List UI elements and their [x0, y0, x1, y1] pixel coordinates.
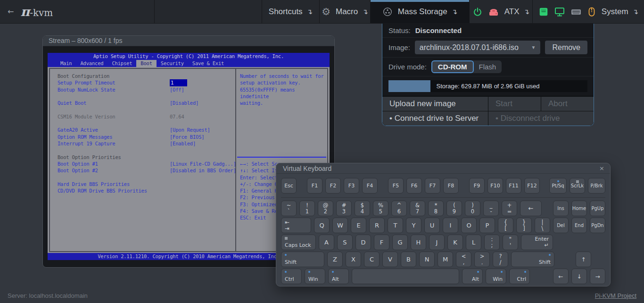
menu-system[interactable]: System ↴: [533, 0, 644, 23]
image-select[interactable]: archlinux-2018.07.01-i686.iso ▼: [415, 41, 541, 54]
key-c[interactable]: C: [364, 252, 380, 267]
key-page-up[interactable]: PgUp: [590, 201, 605, 216]
bios-tab-chipset[interactable]: Chipset: [107, 60, 136, 67]
key-f10[interactable]: F10: [487, 178, 503, 194]
key-enter[interactable]: Enter↵: [521, 235, 553, 250]
key-f1[interactable]: F1: [307, 178, 322, 194]
key-slash[interactable]: ?/: [493, 252, 508, 267]
upload-abort-button[interactable]: Abort: [541, 97, 594, 111]
remove-image-button[interactable]: Remove: [545, 41, 587, 54]
key-home[interactable]: Home: [571, 201, 587, 216]
key-l[interactable]: L: [466, 235, 481, 250]
key-g[interactable]: G: [392, 235, 408, 250]
key-n[interactable]: N: [419, 252, 435, 267]
key-d[interactable]: D: [355, 235, 371, 250]
key-f7[interactable]: F7: [425, 178, 440, 194]
key-q[interactable]: Q: [314, 218, 330, 233]
key-delete[interactable]: Del: [553, 218, 569, 233]
connect-drive-button[interactable]: • Connect drive to Server: [382, 111, 488, 126]
bios-tab-boot[interactable]: Boot: [136, 60, 157, 67]
key-backslash[interactable]: |\: [535, 218, 550, 233]
key-digit-0[interactable]: )0: [465, 201, 480, 216]
key-digit-8[interactable]: *8: [428, 201, 444, 216]
key-scroll-lock[interactable]: ScrLk: [570, 178, 585, 194]
key-t[interactable]: T: [388, 218, 403, 233]
key-x[interactable]: X: [346, 252, 361, 267]
mode-cdrom-option[interactable]: CD-ROM: [431, 60, 474, 73]
key-f8[interactable]: F8: [443, 178, 459, 194]
upload-new-image-button[interactable]: Upload new image: [382, 97, 488, 111]
key-win-left[interactable]: Win: [305, 269, 325, 284]
key-semicolon[interactable]: :;: [484, 235, 500, 250]
key-digit-9[interactable]: (9: [446, 201, 462, 216]
key-alt-left[interactable]: Alt: [328, 269, 349, 284]
bios-tab-advanced[interactable]: Advanced: [76, 60, 108, 67]
key-win-right[interactable]: Win: [486, 269, 506, 284]
key-alt-right[interactable]: Alt: [462, 269, 483, 284]
key-b[interactable]: B: [401, 252, 416, 267]
menu-shortcuts[interactable]: Shortcuts ↴: [262, 0, 320, 23]
key-caps-lock[interactable]: Caps Lock: [281, 235, 316, 250]
key-k[interactable]: K: [447, 235, 463, 250]
key-u[interactable]: U: [424, 218, 440, 233]
key-h[interactable]: H: [411, 235, 426, 250]
key-r[interactable]: R: [369, 218, 385, 233]
key-tab[interactable]: ⇤⇥: [281, 218, 311, 233]
key-comma[interactable]: <,: [456, 252, 471, 267]
disconnect-drive-button[interactable]: • Disconnect drive: [488, 111, 594, 126]
key-digit-5[interactable]: %5: [373, 201, 388, 216]
key-f3[interactable]: F3: [344, 178, 359, 194]
key-f6[interactable]: F6: [406, 178, 422, 194]
key-s[interactable]: S: [337, 235, 353, 250]
key-ctrl-left[interactable]: Ctrl: [281, 269, 302, 284]
key-digit-6[interactable]: ^6: [391, 201, 407, 216]
key-arrow-right[interactable]: →: [590, 269, 605, 284]
menu-macro[interactable]: ⚙ Macro ↴: [320, 0, 371, 23]
key-arrow-down[interactable]: ↓: [571, 269, 587, 284]
key-period[interactable]: >.: [474, 252, 490, 267]
close-icon[interactable]: ×: [594, 165, 610, 172]
menu-atx[interactable]: ATX ↴: [470, 0, 533, 23]
key-arrow-up[interactable]: ↑: [576, 252, 591, 267]
key-f2[interactable]: F2: [325, 178, 341, 194]
back-arrow-button[interactable]: ←: [8, 7, 14, 16]
key-minus[interactable]: _-: [483, 201, 499, 216]
key-backspace[interactable]: ←: [520, 201, 542, 216]
key-bracket-right[interactable]: }]: [516, 218, 532, 233]
key-v[interactable]: V: [382, 252, 398, 267]
key-bracket-left[interactable]: {[: [498, 218, 513, 233]
bios-tab-security[interactable]: Security: [157, 60, 188, 67]
key-backquote[interactable]: ~`: [281, 201, 297, 216]
key-ctrl-right[interactable]: Ctrl: [509, 269, 530, 284]
key-page-down[interactable]: PgDn: [590, 218, 605, 233]
key-a[interactable]: A: [319, 235, 334, 250]
key-f[interactable]: F: [374, 235, 389, 250]
key-space[interactable]: [352, 269, 459, 284]
key-print-screen[interactable]: Pt/Sq: [549, 178, 567, 194]
key-y[interactable]: Y: [406, 218, 421, 233]
key-quote[interactable]: "': [503, 235, 518, 250]
key-z[interactable]: Z: [327, 252, 343, 267]
key-insert[interactable]: Ins: [553, 201, 569, 216]
mode-flash-option[interactable]: Flash: [472, 60, 502, 73]
key-e[interactable]: E: [351, 218, 366, 233]
key-f4[interactable]: F4: [362, 178, 378, 194]
key-j[interactable]: J: [429, 235, 445, 250]
key-digit-1[interactable]: !1: [299, 201, 315, 216]
key-digit-4[interactable]: $4: [355, 201, 370, 216]
bios-tab-main[interactable]: Main: [56, 60, 76, 67]
key-shift-right[interactable]: Shift: [511, 252, 554, 267]
key-esc[interactable]: Esc: [281, 178, 297, 194]
virtual-keyboard-titlebar[interactable]: Virtual Keyboard ×: [276, 163, 610, 174]
key-p[interactable]: P: [479, 218, 495, 233]
key-w[interactable]: W: [332, 218, 348, 233]
bios-tab-save-exit[interactable]: Save & Exit: [188, 60, 228, 67]
key-end[interactable]: End: [571, 218, 587, 233]
key-m[interactable]: M: [438, 252, 453, 267]
key-f11[interactable]: F11: [506, 178, 521, 194]
key-pause-break[interactable]: P/Brk: [588, 178, 605, 194]
key-digit-3[interactable]: #3: [336, 201, 352, 216]
key-arrow-left[interactable]: ←: [553, 269, 569, 284]
upload-start-button[interactable]: Start: [488, 97, 541, 111]
menu-mass-storage[interactable]: Mass Storage ↴: [371, 0, 470, 23]
